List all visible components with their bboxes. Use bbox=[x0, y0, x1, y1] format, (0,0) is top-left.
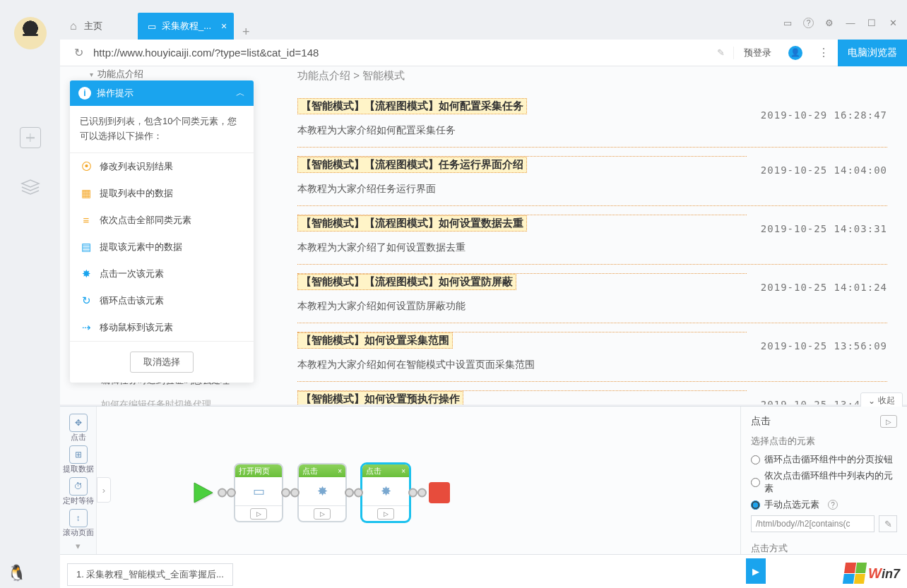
wf-tool-label: 点击 bbox=[60, 432, 96, 443]
target-icon: ⦿ bbox=[80, 160, 93, 173]
hint-action-2[interactable]: ≡依次点击全部同类元素 bbox=[70, 207, 254, 234]
maximize-icon[interactable]: ☐ bbox=[866, 17, 877, 28]
hint-action-label: 提取该元素中的数据 bbox=[100, 241, 182, 253]
breadcrumb-b[interactable]: 智能模式 bbox=[362, 69, 405, 81]
help-icon[interactable]: ? bbox=[828, 500, 838, 510]
more-icon[interactable]: ⋮ bbox=[810, 46, 838, 59]
connector bbox=[283, 489, 297, 496]
tab-home-label: 主页 bbox=[84, 20, 102, 32]
list-item: 【智能模式】【流程图模式】任务运行界面介绍 本教程为大家介绍任务运行界面 201… bbox=[297, 147, 887, 205]
node-close-icon[interactable]: × bbox=[338, 467, 342, 475]
task-tab[interactable]: 1. 采集教程_智能模式_全面掌握后... bbox=[67, 563, 233, 586]
list-item-desc: 本教程为大家介绍如何在智能模式中设置页面采集范围 bbox=[297, 349, 747, 378]
qq-icon[interactable]: 🐧 bbox=[7, 564, 26, 582]
hint-action-3[interactable]: ▤提取该元素中的数据 bbox=[70, 234, 254, 260]
user-badge-icon[interactable]: 👤 bbox=[788, 46, 802, 60]
radio-loop-list[interactable]: 依次点击循环组件中列表内的元素 bbox=[751, 469, 897, 495]
list-item-title[interactable]: 【智能模式】【流程图模式】任务运行界面介绍 bbox=[297, 157, 527, 173]
hint-action-4[interactable]: ✸点击一次该元素 bbox=[70, 260, 254, 287]
wf-tool[interactable]: ✥点击 bbox=[60, 414, 96, 443]
browser-mode-button[interactable]: 电脑浏览器 bbox=[838, 40, 907, 66]
radio-label: 依次点击循环组件中列表内的元素 bbox=[764, 469, 897, 495]
close-icon[interactable]: ✕ bbox=[887, 17, 899, 28]
workflow-canvas[interactable]: 打开网页 ▭ ▷ 点击× ✸ ▷ 点击× ✸ ▷ bbox=[115, 407, 736, 554]
list-item-desc: 本教程为大家介绍如何设置防屏蔽功能 bbox=[297, 290, 747, 320]
new-task-icon[interactable] bbox=[20, 127, 41, 148]
radio-manual[interactable]: 手动点选元素? bbox=[751, 498, 897, 511]
address-bar: ↻ http://www.houyicaiji.com/?type=list&c… bbox=[60, 40, 907, 66]
gift-icon[interactable]: ▭ bbox=[782, 17, 793, 28]
xpath-field[interactable]: /html/body//h2[contains(c bbox=[751, 515, 875, 532]
hint-panel: i 操作提示 ︿ 已识别到列表，包含10个同类元素，您可以选择以下操作： ⦿修改… bbox=[70, 80, 254, 383]
radio-label: 循环点击循环组件中的分页按钮 bbox=[764, 453, 893, 466]
list-item-title[interactable]: 【智能模式】如何设置采集范围 bbox=[297, 332, 453, 349]
edit-url-icon[interactable]: ✎ bbox=[709, 47, 733, 58]
wf-tool[interactable]: ↕滚动页面 bbox=[60, 509, 96, 538]
node-click-2-active[interactable]: 点击× ✸ ▷ bbox=[361, 463, 410, 522]
info-icon: i bbox=[78, 87, 91, 100]
list-item-title[interactable]: 【智能模式】【流程图模式】如何设置数据去重 bbox=[297, 215, 527, 232]
node-click-1[interactable]: 点击× ✸ ▷ bbox=[297, 463, 347, 522]
node-play-icon[interactable]: ▷ bbox=[250, 508, 267, 520]
cursor-icon: ✸ bbox=[362, 477, 409, 505]
app-sidebar: 🐧 bbox=[0, 0, 60, 588]
start-node[interactable] bbox=[186, 476, 220, 510]
hint-action-label: 点击一次该元素 bbox=[100, 268, 164, 280]
node-close-icon[interactable]: × bbox=[401, 467, 405, 475]
hint-panel-header[interactable]: i 操作提示 ︿ bbox=[70, 80, 254, 106]
list-item-title[interactable]: 【智能模式】【流程图模式】如何配置采集任务 bbox=[297, 98, 527, 114]
avatar[interactable] bbox=[14, 17, 47, 49]
prelogin-button[interactable]: 预登录 bbox=[733, 47, 781, 59]
connector bbox=[410, 489, 425, 496]
list-item: 【智能模式】【流程图模式】如何配置采集任务 本教程为大家介绍如何配置采集任务 2… bbox=[297, 92, 887, 147]
breadcrumb-a[interactable]: 功能点介绍 bbox=[297, 69, 350, 81]
hint-action-0[interactable]: ⦿修改列表识别结果 bbox=[70, 153, 254, 180]
main-content: 功能点介绍 i 操作提示 ︿ 已识别到列表，包含10个同类元素，您可以选择以下操… bbox=[60, 66, 907, 404]
wf-tool-more-icon[interactable]: ▾ bbox=[60, 541, 96, 551]
wf-tool[interactable]: ⊞提取数据 bbox=[60, 445, 96, 474]
hint-action-5[interactable]: ↻循环点击该元素 bbox=[70, 287, 254, 314]
wf-tool-icon: ⏱ bbox=[69, 477, 88, 496]
minimize-icon[interactable]: — bbox=[845, 17, 856, 28]
list-item-date: 2019-10-25 14:01:24 bbox=[761, 270, 887, 293]
radio-loop-paginate[interactable]: 循环点击循环组件中的分页按钮 bbox=[751, 453, 897, 466]
extract-icon: ▤ bbox=[80, 241, 93, 253]
logo-w: W bbox=[868, 565, 882, 581]
reload-icon[interactable]: ↻ bbox=[67, 46, 90, 59]
tab-close-icon[interactable]: × bbox=[221, 20, 227, 32]
list-item: 【智能模式】如何设置预执行操作 本教程为大家介绍如何设置预执行操作 2019-1… bbox=[297, 381, 887, 404]
click-icon: ✸ bbox=[80, 268, 93, 280]
hint-panel-desc: 已识别到列表，包含10个同类元素，您可以选择以下操作： bbox=[70, 106, 254, 153]
wf-tool[interactable]: ⏱定时等待 bbox=[60, 477, 96, 506]
toolbox-expand-icon[interactable]: › bbox=[97, 477, 111, 503]
tasks-icon[interactable] bbox=[20, 176, 41, 198]
collapse-up-icon[interactable]: ︿ bbox=[236, 87, 245, 100]
workflow-panel: ⌄收起 ✥点击⊞提取数据⏱定时等待↕滚动页面▾ › 打开网页 ▭ ▷ 点击× ✸… bbox=[60, 406, 907, 554]
window-controls: ▭ ? ⚙ — ☐ ✕ bbox=[782, 17, 899, 28]
edit-xpath-icon[interactable]: ✎ bbox=[879, 515, 897, 532]
node-play-icon[interactable]: ▷ bbox=[377, 508, 394, 520]
node-play-icon[interactable]: ▷ bbox=[314, 508, 331, 520]
hint-action-label: 提取列表中的数据 bbox=[100, 187, 173, 200]
tab-home[interactable]: ⌂ 主页 bbox=[60, 13, 138, 40]
tab-active[interactable]: ▭ 采集教程_... × bbox=[138, 13, 234, 40]
run-step-icon[interactable]: ▷ bbox=[880, 415, 897, 428]
list-item-title[interactable]: 【智能模式】如何设置预执行操作 bbox=[297, 391, 463, 404]
list-item-date: 2019-10-25 14:04:00 bbox=[761, 153, 887, 176]
new-tab-button[interactable]: + bbox=[234, 25, 258, 40]
wf-tool-label: 定时等待 bbox=[60, 496, 96, 506]
help-icon[interactable]: ? bbox=[803, 18, 814, 28]
node-open-page[interactable]: 打开网页 ▭ ▷ bbox=[234, 463, 283, 522]
hint-action-1[interactable]: ▦提取列表中的数据 bbox=[70, 180, 254, 207]
list-item-title[interactable]: 【智能模式】【流程图模式】如何设置防屏蔽 bbox=[297, 274, 516, 290]
sidebar-category[interactable]: 功能点介绍 bbox=[60, 66, 271, 80]
list-item: 【智能模式】【流程图模式】如何设置数据去重 本教程为大家介绍了如何设置数据去重 … bbox=[297, 205, 887, 264]
hint-action-6[interactable]: ⇢移动鼠标到该元素 bbox=[70, 314, 254, 341]
url-field[interactable]: http://www.houyicaiji.com/?type=list&cat… bbox=[90, 47, 709, 59]
run-task-button[interactable]: ▶ bbox=[746, 558, 766, 584]
cancel-selection-button[interactable]: 取消选择 bbox=[130, 352, 194, 373]
end-node[interactable] bbox=[429, 482, 450, 503]
props-section-label: 选择点击的元素 bbox=[751, 435, 897, 448]
gear-icon[interactable]: ⚙ bbox=[824, 17, 835, 28]
list-item: 【智能模式】【流程图模式】如何设置防屏蔽 本教程为大家介绍如何设置防屏蔽功能 2… bbox=[297, 264, 887, 323]
